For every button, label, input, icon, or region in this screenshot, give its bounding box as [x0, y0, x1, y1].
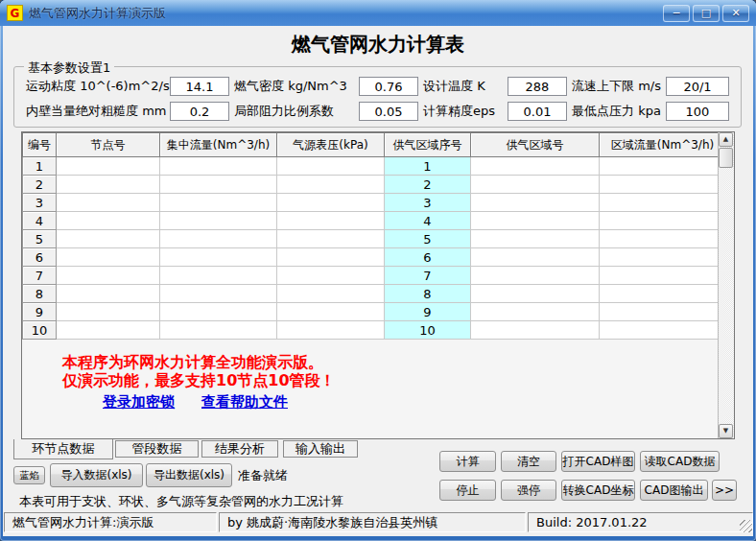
grid-cell[interactable]: [160, 230, 277, 248]
param-input-min-pressure[interactable]: [666, 102, 729, 121]
login-dongle-link[interactable]: 登录加密锁: [103, 393, 175, 412]
resize-grip[interactable]: [740, 520, 752, 532]
grid-cell[interactable]: [160, 285, 277, 303]
grid-cell[interactable]: [277, 285, 385, 303]
grid-cell[interactable]: [57, 303, 160, 321]
grid-rowheader-cell[interactable]: 2: [23, 176, 57, 194]
grid-cell[interactable]: [600, 303, 726, 321]
scrollbar-thumb[interactable]: [719, 148, 733, 168]
grid-header-cell[interactable]: 节点号: [57, 133, 160, 157]
grid-cell[interactable]: [277, 194, 385, 212]
tab-node-data[interactable]: 环节点数据: [13, 439, 113, 459]
grid-cell[interactable]: [160, 212, 277, 230]
grid-cell[interactable]: [471, 176, 600, 194]
grid-cell[interactable]: 8: [385, 285, 471, 303]
grid-rowheader-cell[interactable]: 4: [23, 212, 57, 230]
maximize-button[interactable]: □: [693, 5, 720, 22]
app-icon[interactable]: G: [7, 5, 23, 21]
grid-cell[interactable]: [160, 267, 277, 285]
calculate-button[interactable]: 计算: [439, 451, 496, 472]
grid-cell[interactable]: [600, 194, 726, 212]
grid-cell[interactable]: [471, 267, 600, 285]
clear-button[interactable]: 清空: [501, 451, 556, 472]
grid-cell[interactable]: 10: [385, 321, 471, 340]
grid-cell[interactable]: [57, 212, 160, 230]
grid-cell[interactable]: [277, 248, 385, 267]
grid-cell[interactable]: [600, 230, 726, 248]
grid-header-cell[interactable]: 气源表压(kPa): [277, 133, 385, 157]
grid-cell[interactable]: 1: [385, 157, 471, 176]
grid-cell[interactable]: [471, 194, 600, 212]
param-input-velocity-limit[interactable]: [666, 77, 729, 96]
param-input-eps[interactable]: [508, 102, 567, 121]
grid-cell[interactable]: [471, 321, 600, 340]
grid-cell[interactable]: [57, 194, 160, 212]
export-xls-button[interactable]: 导出数据(xls): [146, 463, 232, 487]
grid-cell[interactable]: [277, 230, 385, 248]
grid-rowheader-cell[interactable]: 8: [23, 285, 57, 303]
grid-cell[interactable]: [160, 157, 277, 176]
grid-cell[interactable]: [57, 176, 160, 194]
grid-cell[interactable]: [160, 303, 277, 321]
tab-result-analysis[interactable]: 结果分析: [201, 440, 278, 458]
grid-cell[interactable]: [600, 248, 726, 267]
param-input-temperature[interactable]: [508, 77, 567, 96]
param-input-density[interactable]: [359, 77, 418, 96]
grid-rowheader-cell[interactable]: 10: [23, 321, 57, 340]
param-input-viscosity[interactable]: [170, 77, 229, 96]
grid-header-cell[interactable]: 供气区域序号: [385, 133, 471, 157]
grid-cell[interactable]: [160, 194, 277, 212]
force-stop-button[interactable]: 强停: [501, 480, 556, 501]
grid-rowheader-cell[interactable]: 5: [23, 230, 57, 248]
grid-header-cell[interactable]: 供气区域号: [471, 133, 600, 157]
grid-cell[interactable]: [600, 267, 726, 285]
close-button[interactable]: ✕: [722, 5, 749, 22]
grid-cell[interactable]: [57, 321, 160, 340]
grid-cell[interactable]: [600, 176, 726, 194]
grid-cell[interactable]: [600, 212, 726, 230]
import-xls-button[interactable]: 导入数据(xls): [50, 463, 143, 487]
read-cad-data-button[interactable]: 读取CAD数据: [640, 451, 720, 472]
grid-cell[interactable]: [57, 267, 160, 285]
more-button[interactable]: >>: [712, 480, 737, 501]
grid-cell[interactable]: [600, 157, 726, 176]
tab-input-output[interactable]: 输入输出: [283, 440, 358, 458]
grid-cell[interactable]: [277, 212, 385, 230]
grid-rowheader-cell[interactable]: 3: [23, 194, 57, 212]
stop-button[interactable]: 停止: [439, 480, 496, 501]
vertical-scrollbar[interactable]: ▲ ▼: [718, 132, 734, 438]
grid-rowheader-cell[interactable]: 9: [23, 303, 57, 321]
grid-cell[interactable]: [471, 303, 600, 321]
grid-rowheader-cell[interactable]: 1: [23, 157, 57, 176]
grid-header-cell[interactable]: 编号: [23, 133, 57, 157]
cad-output-button[interactable]: CAD图输出: [640, 480, 708, 501]
grid-cell[interactable]: [160, 248, 277, 267]
grid-cell[interactable]: [471, 212, 600, 230]
grid-rowheader-cell[interactable]: 7: [23, 267, 57, 285]
grid-cell[interactable]: 2: [385, 176, 471, 194]
grid-cell[interactable]: [277, 267, 385, 285]
grid-cell[interactable]: 5: [385, 230, 471, 248]
grid-cell[interactable]: [57, 230, 160, 248]
grid-cell[interactable]: [277, 176, 385, 194]
grid-cell[interactable]: [57, 157, 160, 176]
grid-rowheader-cell[interactable]: 6: [23, 248, 57, 267]
grid-cell[interactable]: 9: [385, 303, 471, 321]
brand-button[interactable]: 蓝焰: [13, 466, 45, 484]
grid-cell[interactable]: [160, 176, 277, 194]
grid-cell[interactable]: [57, 285, 160, 303]
grid-cell[interactable]: [277, 303, 385, 321]
help-file-link[interactable]: 查看帮助文件: [201, 393, 288, 412]
grid-cell[interactable]: [600, 321, 726, 340]
grid-cell[interactable]: [57, 248, 160, 267]
grid-cell[interactable]: [160, 321, 277, 340]
grid-cell[interactable]: [277, 157, 385, 176]
scroll-down-icon[interactable]: ▼: [719, 424, 733, 438]
tab-pipe-data[interactable]: 管段数据: [115, 440, 199, 458]
param-input-local-resistance[interactable]: [359, 102, 418, 121]
grid-cell[interactable]: [471, 230, 600, 248]
grid-cell[interactable]: 7: [385, 267, 471, 285]
minimize-button[interactable]: ─: [663, 5, 690, 22]
scroll-up-icon[interactable]: ▲: [719, 132, 733, 147]
open-cad-sample-button[interactable]: 打开CAD样图: [561, 451, 635, 472]
